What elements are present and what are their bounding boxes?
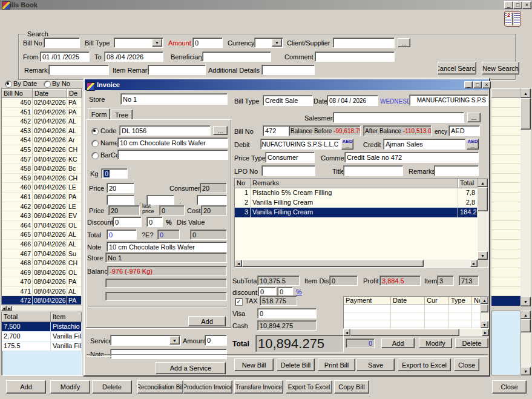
totals-col-item[interactable]: Item — [51, 312, 82, 322]
client-name-input[interactable]: MANUFACTURING S.P.S — [409, 94, 488, 106]
items-hscrollbar[interactable]: ◄ ► — [235, 260, 478, 267]
scroll-thumb[interactable] — [478, 187, 488, 211]
client-supplier-input[interactable] — [333, 38, 395, 48]
minimize-button[interactable]: _ — [504, 1, 513, 9]
credit-input[interactable]: Ajman Sales — [383, 139, 465, 150]
copy-bill-button[interactable]: Copy Bill — [334, 380, 369, 394]
bill-type-select[interactable]: ▼ — [114, 38, 163, 48]
to-date-select[interactable]: 08 /04 /2026 — [104, 51, 163, 62]
scroll-up-icon[interactable]: ▲ — [481, 297, 488, 304]
minimize-icon[interactable]: _ — [464, 81, 473, 88]
tab-tree[interactable]: Tree — [111, 110, 133, 120]
delete-button[interactable]: Delete — [92, 380, 132, 394]
maximize-icon[interactable]: □ — [473, 81, 482, 88]
by-date-radio[interactable] — [5, 81, 12, 88]
close-button[interactable]: × — [522, 1, 531, 9]
debit-aed-button[interactable]: AED... — [341, 139, 353, 150]
table-row[interactable]: 46507\04\2026AL — [2, 230, 82, 240]
table-row[interactable] — [344, 312, 481, 320]
barcode-input[interactable] — [117, 150, 228, 160]
payments-col-payment[interactable]: Payment — [344, 297, 391, 305]
print-bill-button[interactable]: Print Bill — [318, 358, 355, 371]
scroll-down-icon[interactable]: ▼ — [521, 367, 531, 375]
discount-pct-input[interactable]: 0 — [146, 217, 163, 227]
scroll-down-icon[interactable]: ▼ — [478, 251, 488, 260]
discount-input[interactable]: 0 — [113, 217, 142, 227]
code-radio[interactable] — [91, 128, 99, 135]
title-input[interactable] — [343, 165, 403, 176]
close-bill-button[interactable]: Close — [454, 358, 479, 371]
amount-input[interactable]: 0 — [192, 38, 223, 48]
save-button[interactable]: Save — [356, 358, 395, 371]
table-row[interactable]: 45804\04\2026Bc — [2, 164, 82, 174]
payments-col-cur[interactable]: Cur — [425, 297, 449, 305]
bill-type-select[interactable]: Credit Sale — [263, 95, 313, 106]
additional-details-input[interactable] — [261, 65, 315, 75]
new-bill-button[interactable]: New Bill — [234, 358, 274, 371]
scroll-thumb[interactable] — [350, 329, 459, 336]
add-service-button[interactable]: Add a Service — [156, 362, 226, 374]
scroll-up-icon[interactable]: ▲ — [521, 311, 531, 319]
barcode-radio[interactable] — [91, 152, 99, 159]
table-row[interactable]: 47208\04\2026PA — [2, 296, 82, 305]
currency-select[interactable]: AED — [448, 125, 480, 136]
table-row[interactable]: 45302\04\2026AL — [2, 127, 82, 136]
tax-checkbox[interactable]: ✓ — [235, 298, 243, 306]
name-input[interactable]: 10 cm Chocolate Rolls Wafer — [117, 137, 228, 148]
reconciliation-bill-button[interactable]: Reconciliation Bill — [137, 380, 183, 394]
tab-form[interactable]: Form — [88, 108, 110, 120]
add-item-button[interactable]: Add — [188, 316, 226, 326]
debit-input[interactable]: MANUFACTURING S.P.S-L.L.C — [260, 139, 341, 150]
code-browse-button[interactable]: ... — [213, 126, 228, 135]
scroll-thumb[interactable] — [242, 260, 424, 267]
kg-input[interactable]: 0 — [101, 168, 128, 179]
bills-col-billno[interactable]: Bill No — [2, 89, 33, 98]
table-row[interactable]: 46106\04\2026PA — [2, 193, 82, 202]
export-to-excel-button[interactable]: Export to Excel — [398, 358, 451, 371]
items-col-total[interactable]: Total — [458, 179, 478, 188]
payments-hscrollbar[interactable]: ◄ ► — [343, 329, 489, 336]
item-remarks-input[interactable] — [148, 65, 206, 75]
invoice-bill-no-input[interactable]: 472 — [263, 125, 292, 136]
add-button[interactable]: Add — [6, 380, 46, 394]
bills-col-de[interactable]: De — [67, 89, 82, 98]
salesmen-input[interactable] — [333, 112, 464, 123]
transfare-invoice-button[interactable]: Transfare Invoice — [234, 380, 283, 394]
from-date-select[interactable]: 01 /01 /2025 — [40, 51, 90, 62]
salesmen-browse-button[interactable]: ... — [467, 113, 481, 122]
scroll-left-icon[interactable]: ◄ — [1, 306, 7, 311]
totals-vscrollbar[interactable] — [521, 319, 531, 367]
scroll-right-icon[interactable]: ► — [482, 329, 489, 336]
scroll-left-icon[interactable]: ◄ — [235, 260, 242, 267]
scroll-right-icon[interactable]: ► — [7, 306, 12, 311]
payment-modify-button[interactable]: Modify — [419, 338, 452, 348]
table-row[interactable]: 45202\04\2026AL — [2, 117, 82, 127]
service-select[interactable]: ▼ — [110, 335, 181, 346]
price-type-select[interactable]: Consumer — [265, 152, 315, 163]
scroll-down-icon[interactable]: ▼ — [521, 297, 531, 306]
scroll-thumb[interactable] — [521, 98, 531, 130]
table-row[interactable]: 45704\04\2026KC — [2, 155, 82, 165]
price-input[interactable]: 20 — [107, 183, 134, 193]
bill-no-input[interactable] — [44, 38, 80, 48]
table-row[interactable]: 46306\04\2026EV — [2, 211, 82, 221]
items-col-no[interactable]: No — [235, 179, 251, 188]
scroll-down-icon[interactable]: ▼ — [481, 321, 488, 328]
table-row[interactable]: 7,500Pistachio — [2, 322, 82, 332]
visa-input[interactable]: 0 — [257, 308, 317, 318]
line-total-input[interactable]: 0 — [107, 229, 137, 240]
table-row[interactable]: 46407\04\2026OL — [2, 221, 82, 231]
payments-col-type[interactable]: Type — [449, 297, 472, 305]
bills-col-date[interactable]: Date — [33, 89, 67, 98]
invoice-remarks-input[interactable] — [434, 165, 479, 176]
table-row[interactable]: 47008\04\2026PA — [2, 277, 82, 287]
rstrip-selected-row[interactable] — [491, 296, 521, 306]
new-search-button[interactable]: New Search — [482, 62, 519, 74]
client-browse-button[interactable]: ... — [398, 38, 410, 47]
extra-input-1[interactable] — [107, 195, 134, 205]
bills-vscrollbar[interactable] — [521, 98, 531, 297]
scroll-left-icon[interactable]: ◄ — [343, 329, 350, 336]
payment-add-button[interactable]: Add — [381, 338, 415, 348]
currency-select[interactable]: ▼ — [254, 38, 283, 48]
code-input[interactable]: DL 1056 — [119, 125, 211, 136]
